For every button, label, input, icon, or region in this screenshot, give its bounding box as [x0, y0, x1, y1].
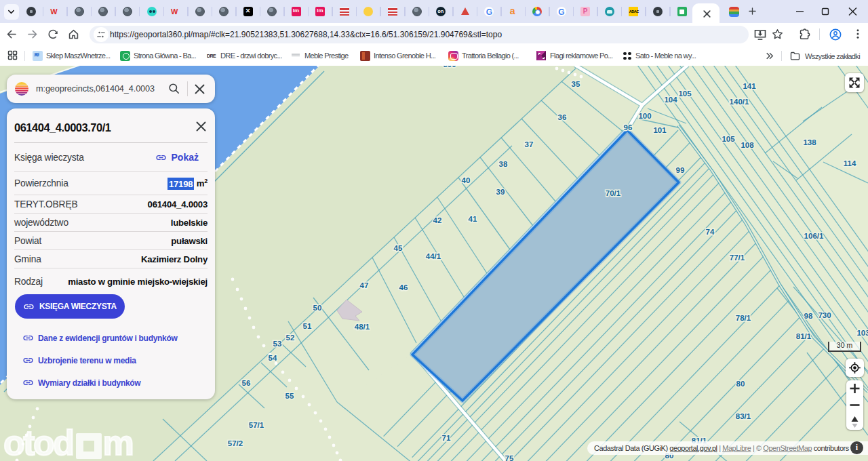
svg-text:730: 730	[818, 311, 831, 319]
svg-text:77/1: 77/1	[730, 254, 745, 262]
svg-text:57/1: 57/1	[249, 421, 264, 429]
svg-text:138: 138	[803, 138, 816, 146]
svg-text:45: 45	[394, 244, 403, 252]
svg-text:71: 71	[442, 434, 451, 442]
svg-text:108: 108	[741, 141, 754, 149]
svg-text:51: 51	[303, 322, 312, 330]
svg-text:54: 54	[269, 354, 277, 362]
svg-text:103: 103	[856, 329, 868, 337]
svg-text:100: 100	[638, 112, 651, 120]
svg-text:75: 75	[505, 454, 514, 461]
svg-text:40: 40	[462, 176, 471, 184]
svg-text:104: 104	[664, 96, 677, 104]
svg-text:41: 41	[469, 215, 477, 223]
svg-text:83/1: 83/1	[736, 412, 751, 420]
svg-text:114: 114	[844, 159, 856, 167]
svg-text:35: 35	[572, 80, 580, 88]
svg-text:98: 98	[804, 312, 813, 320]
svg-text:500: 500	[443, 66, 456, 68]
svg-text:57/2: 57/2	[228, 439, 243, 447]
svg-text:44/1: 44/1	[426, 252, 441, 260]
svg-text:38: 38	[499, 160, 508, 168]
svg-text:70/1: 70/1	[606, 189, 621, 197]
svg-text:52: 52	[286, 334, 295, 342]
svg-text:105: 105	[678, 89, 692, 98]
svg-text:101: 101	[653, 126, 667, 134]
svg-text:80: 80	[736, 380, 745, 388]
svg-text:141: 141	[743, 82, 756, 90]
svg-text:99: 99	[676, 166, 685, 174]
svg-text:81/1: 81/1	[796, 332, 812, 340]
svg-text:78/1: 78/1	[736, 314, 751, 322]
svg-text:96: 96	[624, 123, 633, 132]
svg-text:140/1: 140/1	[730, 98, 749, 106]
svg-text:46: 46	[399, 283, 408, 292]
svg-text:74: 74	[706, 228, 715, 236]
svg-text:47: 47	[360, 281, 369, 289]
svg-text:36: 36	[558, 113, 567, 121]
svg-text:39: 39	[496, 188, 505, 196]
svg-text:53: 53	[273, 340, 282, 348]
svg-text:42: 42	[433, 216, 442, 224]
svg-text:105: 105	[722, 135, 735, 143]
svg-text:37: 37	[525, 140, 534, 148]
svg-text:56: 56	[242, 379, 251, 387]
svg-text:50: 50	[313, 304, 322, 312]
svg-text:106/1: 106/1	[804, 232, 824, 240]
svg-text:55: 55	[285, 392, 294, 400]
svg-text:48/1: 48/1	[355, 323, 370, 331]
